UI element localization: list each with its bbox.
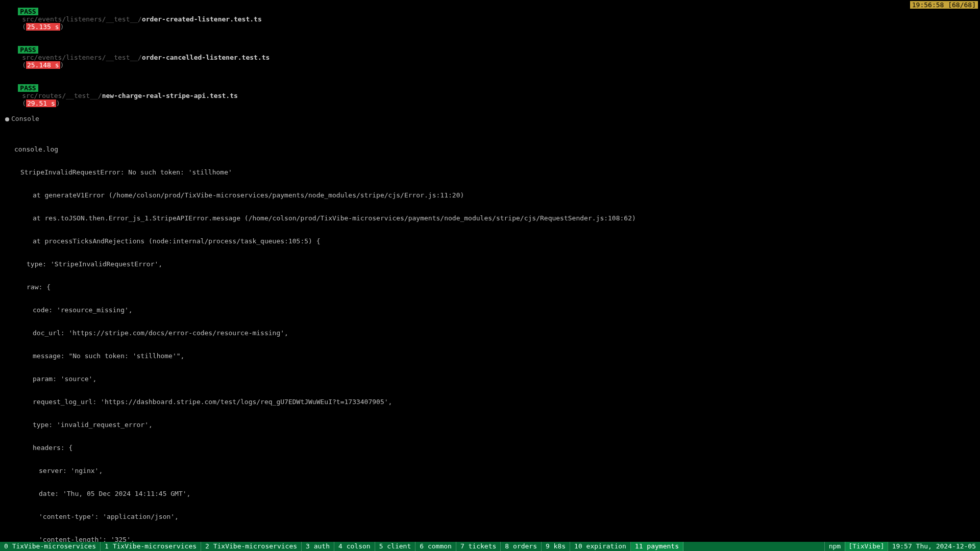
log-line: StripeInvalidRequestError: No such token…: [2, 168, 978, 176]
tmux-window-tab[interactable]: 0 TixVibe-microservices: [0, 542, 101, 551]
console-log-output: console.log StripeInvalidRequestError: N…: [0, 130, 980, 551]
log-line: code: 'resource_missing',: [2, 306, 978, 314]
tmux-window-tab[interactable]: 6 common: [415, 542, 456, 551]
bullet-icon: [5, 117, 9, 121]
console-section-header: Console: [0, 115, 980, 122]
statusbar-clock: 19:57 Thu, 2024-12-05: [888, 542, 980, 551]
tmux-window-tab[interactable]: 1 TixVibe-microservices: [101, 542, 201, 551]
terminal-screen[interactable]: 19:56:58 [68/68] PASS src/events/listene…: [0, 0, 980, 551]
tmux-window-tab-active[interactable]: 11 payments: [631, 542, 683, 551]
test-result-row: PASS src/events/listeners/__test__/order…: [0, 38, 980, 77]
pass-badge: PASS: [18, 8, 38, 15]
test-duration: 25.135 s: [26, 23, 60, 31]
log-line: raw: {: [2, 283, 978, 291]
test-result-row: PASS src/events/listeners/__test__/order…: [0, 0, 980, 38]
test-duration: 29.51 s: [26, 99, 56, 107]
tmux-window-tab[interactable]: 8 orders: [501, 542, 542, 551]
test-path-file: order-created-listener.test.ts: [142, 15, 262, 23]
log-label: console.log: [2, 145, 978, 153]
tmux-window-tab[interactable]: 4 colson: [334, 542, 375, 551]
tmux-window-tab[interactable]: 10 expiration: [570, 542, 631, 551]
log-line: param: 'source',: [2, 375, 978, 383]
log-line: headers: {: [2, 444, 978, 452]
test-result-row: PASS src/routes/__test__/new-charge-real…: [0, 77, 980, 115]
log-line: type: 'invalid_request_error',: [2, 421, 978, 429]
tmux-window-tab[interactable]: 5 client: [375, 542, 416, 551]
test-path-dim: src/events/listeners/__test__/: [22, 15, 142, 23]
tmux-window-tab[interactable]: 3 auth: [302, 542, 334, 551]
tmux-window-tab[interactable]: 7 tickets: [456, 542, 501, 551]
test-path-dim: src/events/listeners/__test__/: [22, 54, 142, 61]
console-label: Console: [11, 115, 39, 122]
pass-badge: PASS: [18, 46, 38, 54]
pass-badge: PASS: [18, 84, 38, 92]
statusbar-session: [TixVibe]: [845, 542, 887, 551]
log-line: type: 'StripeInvalidRequestError',: [2, 260, 978, 268]
log-line: at generateV1Error (/home/colson/prod/Ti…: [2, 191, 978, 199]
test-path-dim: src/routes/__test__/: [22, 92, 102, 99]
log-line: at res.toJSON.then.Error_js_1.StripeAPIE…: [2, 214, 978, 222]
log-line: at processTicksAndRejections (node:inter…: [2, 237, 978, 245]
statusbar-process: npm: [824, 542, 845, 551]
test-path-file: new-charge-real-stripe-api.test.ts: [102, 92, 238, 99]
tmux-top-right-status: 19:56:58 [68/68]: [910, 1, 978, 9]
log-line: doc_url: 'https://stripe.com/docs/error-…: [2, 329, 978, 337]
log-line: date: 'Thu, 05 Dec 2024 14:11:45 GMT',: [2, 490, 978, 497]
tmux-window-tab[interactable]: 2 TixVibe-microservices: [201, 542, 302, 551]
log-line: request_log_url: 'https://dashboard.stri…: [2, 398, 978, 406]
log-line: 'content-type': 'application/json',: [2, 513, 978, 520]
log-line: message: "No such token: 'stillhome'",: [2, 352, 978, 360]
test-path-file: order-cancelled-listener.test.ts: [142, 54, 270, 61]
log-line: server: 'nginx',: [2, 467, 978, 474]
tmux-window-tab[interactable]: 9 k8s: [542, 542, 570, 551]
tmux-statusbar[interactable]: 0 TixVibe-microservices 1 TixVibe-micros…: [0, 542, 980, 551]
test-duration: 25.148 s: [26, 61, 60, 69]
